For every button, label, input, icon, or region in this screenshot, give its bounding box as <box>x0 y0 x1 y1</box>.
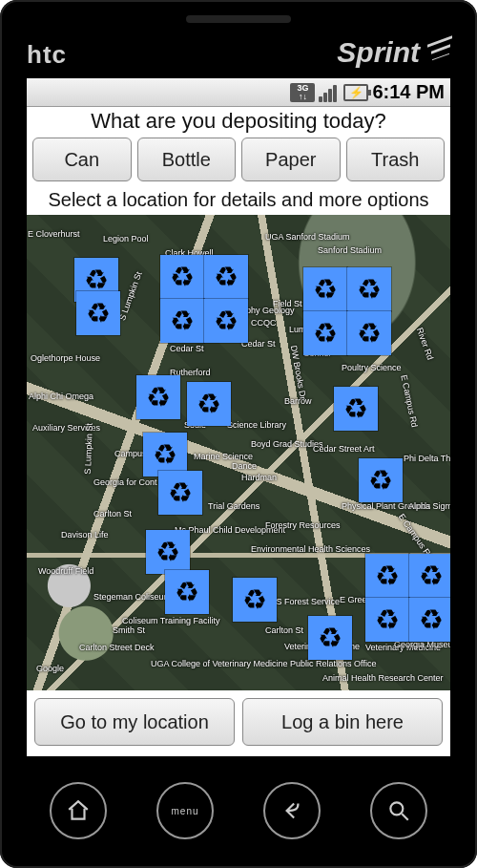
recycle-bin-marker[interactable]: ♻ <box>409 598 450 642</box>
svg-text:♻: ♻ <box>153 439 177 470</box>
svg-text:♻: ♻ <box>419 604 444 635</box>
svg-text:♻: ♻ <box>375 604 400 635</box>
svg-text:♻: ♻ <box>170 262 195 292</box>
svg-text:♻: ♻ <box>156 537 180 567</box>
recycle-bin-marker[interactable]: ♻ <box>347 267 391 311</box>
recycle-bin-marker[interactable]: ♻ <box>359 458 403 502</box>
recycle-bin-marker[interactable]: ♻ <box>76 291 120 335</box>
recycle-bin-marker[interactable]: ♻ <box>303 267 347 311</box>
svg-text:♻: ♻ <box>318 623 342 653</box>
recycle-bin-marker[interactable]: ♻ <box>204 255 248 299</box>
recycle-bin-marker[interactable]: ♻ <box>136 375 180 419</box>
deposit-paper-button[interactable]: Paper <box>241 138 341 181</box>
brand-htc-label: hTC <box>27 40 67 70</box>
sprint-wing-icon <box>425 34 456 65</box>
recycle-bin-marker[interactable]: ♻ <box>158 471 202 515</box>
recycle-bin-marker[interactable]: ♻ <box>187 382 231 426</box>
hw-home-button[interactable] <box>50 782 107 839</box>
status-time: 6:14 PM <box>372 81 445 103</box>
status-bar: 3G ↑↓ ⚡ 6:14 PM <box>27 78 450 107</box>
svg-text:♻: ♻ <box>86 298 111 328</box>
svg-text:♻: ♻ <box>357 318 382 349</box>
hw-back-button[interactable] <box>263 782 321 839</box>
map-view[interactable]: E CloverhurstLegion PoolClark HowellUGA … <box>27 215 450 690</box>
svg-text:♻: ♻ <box>419 561 444 591</box>
screen: 3G ↑↓ ⚡ 6:14 PM What are you depositing … <box>27 78 450 756</box>
recycle-bin-marker[interactable]: ♻ <box>365 554 409 598</box>
svg-text:♻: ♻ <box>170 306 195 336</box>
log-bin-here-button[interactable]: Log a bin here <box>242 698 443 746</box>
search-icon <box>386 798 411 823</box>
recycle-bin-marker[interactable]: ♻ <box>160 299 204 343</box>
deposit-bottle-button[interactable]: Bottle <box>137 138 237 181</box>
recycle-bin-marker[interactable]: ♻ <box>409 554 450 598</box>
deposit-prompt: What are you depositing today? <box>27 107 450 136</box>
svg-text:♻: ♻ <box>168 477 193 508</box>
svg-text:♻: ♻ <box>368 465 393 496</box>
svg-point-24 <box>390 802 403 815</box>
network-3g-icon: 3G ↑↓ <box>290 83 315 102</box>
hardware-button-row: menu <box>0 773 477 849</box>
recycle-bin-marker[interactable]: ♻ <box>160 255 204 299</box>
hw-search-button[interactable] <box>370 782 427 839</box>
back-arrow-icon <box>280 798 304 823</box>
recycle-bin-marker[interactable]: ♻ <box>303 311 347 355</box>
recycle-bin-marker[interactable]: ♻ <box>233 578 277 622</box>
phone-top-bezel: hTC Sprint <box>0 0 477 78</box>
phone-frame: hTC Sprint 3G ↑↓ ⚡ 6:14 PM What are you … <box>0 0 477 868</box>
svg-text:♻: ♻ <box>313 318 338 349</box>
menu-label: menu <box>171 806 198 816</box>
signal-strength-icon <box>319 83 340 102</box>
svg-text:♻: ♻ <box>357 274 382 305</box>
svg-text:♻: ♻ <box>375 561 400 591</box>
network-arrows-icon: ↑↓ <box>299 93 307 101</box>
recycle-bin-marker[interactable]: ♻ <box>334 387 378 431</box>
bottom-button-row: Go to my location Log a bin here <box>27 690 450 753</box>
select-location-prompt: Select a location for details and more o… <box>27 187 450 215</box>
svg-text:♻: ♻ <box>197 389 221 419</box>
svg-text:♻: ♻ <box>242 584 267 615</box>
recycle-bin-marker[interactable]: ♻ <box>347 311 391 355</box>
speaker-grille <box>186 15 291 23</box>
svg-text:♻: ♻ <box>343 393 368 424</box>
recycle-bin-marker[interactable]: ♻ <box>204 299 248 343</box>
battery-charging-icon: ⚡ <box>343 84 368 101</box>
brand-sprint-label: Sprint <box>337 36 420 69</box>
svg-text:♻: ♻ <box>214 262 238 292</box>
recycle-bin-marker[interactable]: ♻ <box>146 530 190 574</box>
svg-text:♻: ♻ <box>214 306 238 336</box>
svg-text:♻: ♻ <box>313 274 338 305</box>
deposit-button-row: Can Bottle Paper Trash <box>27 136 450 187</box>
deposit-can-button[interactable]: Can <box>32 138 132 181</box>
home-icon <box>66 798 91 823</box>
svg-text:♻: ♻ <box>175 577 199 607</box>
svg-text:♻: ♻ <box>84 265 109 295</box>
recycle-bin-marker[interactable]: ♻ <box>365 598 409 642</box>
svg-text:♻: ♻ <box>146 382 171 413</box>
deposit-trash-button[interactable]: Trash <box>346 138 446 181</box>
battery-bolt-icon: ⚡ <box>349 86 363 99</box>
hw-menu-button[interactable]: menu <box>156 782 214 839</box>
recycle-bin-marker[interactable]: ♻ <box>308 616 352 660</box>
goto-my-location-button[interactable]: Go to my location <box>34 698 235 746</box>
recycle-bin-marker[interactable]: ♻ <box>165 570 209 614</box>
